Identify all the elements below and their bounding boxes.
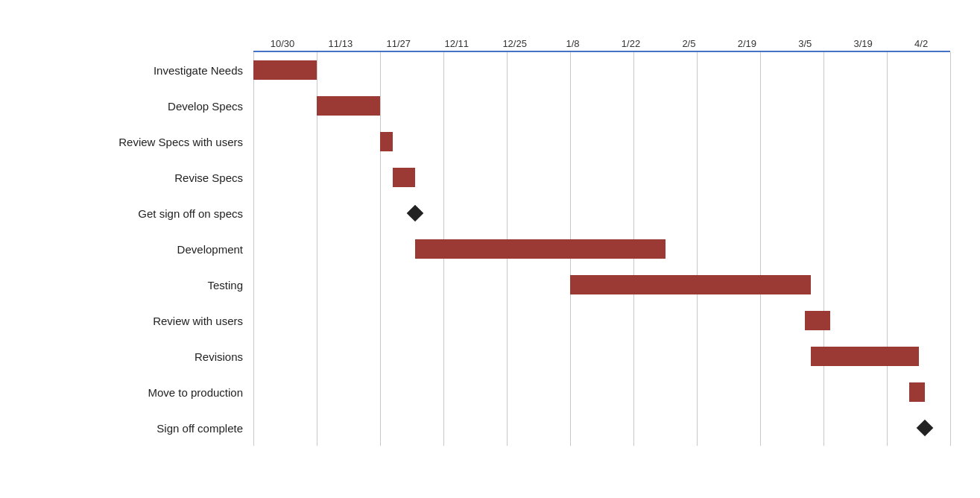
task-label: Testing: [15, 267, 253, 303]
task-row: [253, 374, 950, 410]
task-row: [253, 52, 950, 88]
date-label: 12/25: [486, 38, 544, 49]
gantt-bar: [317, 96, 380, 116]
task-label: Review Specs with users: [15, 124, 253, 160]
task-label: Review with users: [15, 303, 253, 338]
task-label: Move to production: [15, 374, 253, 410]
grid-area: 10/3011/1311/2712/1112/251/81/222/52/193…: [253, 22, 950, 476]
task-label: Revisions: [15, 338, 253, 374]
gantt-bar: [253, 60, 317, 80]
gantt-chart-container: Investigate NeedsDevelop SpecsReview Spe…: [0, 0, 980, 498]
gantt-bar: [380, 132, 393, 151]
task-label: Development: [15, 231, 253, 267]
task-label: Investigate Needs: [15, 52, 253, 88]
grid-vline: [950, 52, 951, 446]
task-label: Revise Specs: [15, 160, 253, 195]
task-row: [253, 231, 950, 267]
milestone-diamond: [917, 420, 934, 437]
gantt-bar: [811, 347, 919, 366]
gantt-bar: [909, 382, 925, 402]
gantt-bar: [415, 239, 666, 259]
gantt-bar: [805, 311, 830, 330]
date-label: 2/19: [718, 38, 776, 49]
task-row: [253, 195, 950, 231]
task-row: [253, 267, 950, 303]
gantt-bar: [570, 275, 811, 294]
date-label: 11/13: [312, 38, 370, 49]
task-labels-column: Investigate NeedsDevelop SpecsReview Spe…: [15, 52, 253, 446]
task-row: [253, 410, 950, 446]
milestone-diamond: [406, 205, 423, 222]
date-label: 12/11: [428, 38, 486, 49]
grid-body: [253, 52, 950, 446]
task-row: [253, 160, 950, 195]
task-row: [253, 124, 950, 160]
task-row: [253, 88, 950, 124]
task-label: Sign off complete: [15, 410, 253, 446]
date-label: 3/19: [834, 38, 892, 49]
date-label: 3/5: [776, 38, 834, 49]
chart-inner: Investigate NeedsDevelop SpecsReview Spe…: [15, 22, 950, 476]
task-row: [253, 338, 950, 374]
task-row: [253, 303, 950, 338]
date-headers: 10/3011/1311/2712/1112/251/81/222/52/193…: [253, 22, 950, 52]
task-label: Get sign off on specs: [15, 195, 253, 231]
date-label: 10/30: [253, 38, 312, 49]
task-label: Develop Specs: [15, 88, 253, 124]
date-label: 1/22: [602, 38, 660, 49]
gantt-bar: [393, 168, 415, 187]
date-label: 4/2: [892, 38, 950, 49]
date-label: 1/8: [544, 38, 602, 49]
date-label: 11/27: [370, 38, 428, 49]
date-label: 2/5: [660, 38, 718, 49]
